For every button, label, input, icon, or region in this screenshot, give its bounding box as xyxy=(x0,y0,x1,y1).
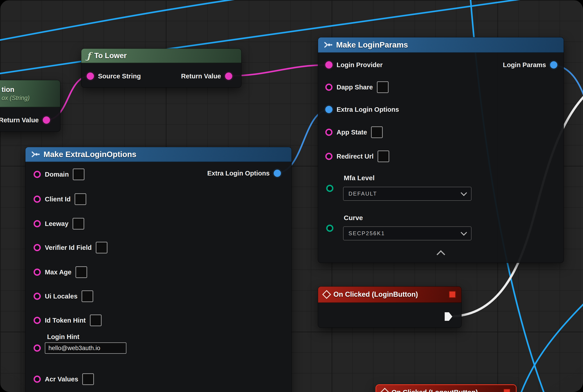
pin-ui-locales[interactable] xyxy=(34,293,41,300)
node-title: Make ExtraLoginOptions xyxy=(44,150,136,159)
pin-verifier-id-field[interactable] xyxy=(34,244,41,251)
collapse-chevron-icon xyxy=(436,250,445,259)
to-lower-header[interactable]: ƒ To Lower xyxy=(81,49,241,63)
curve-dropdown[interactable]: SECP256K1 xyxy=(343,226,472,240)
pin-leeway[interactable] xyxy=(34,220,41,227)
pin-client-id[interactable] xyxy=(34,196,41,203)
pin-row-domain: Domain xyxy=(34,168,84,181)
pin-login-params-out[interactable] xyxy=(550,61,557,68)
node-get-text-header[interactable]: tion ox (String) xyxy=(0,80,60,107)
delegate-pin[interactable] xyxy=(503,388,510,392)
wire-data-bottom-right[interactable] xyxy=(520,302,583,392)
curve-label: Curve xyxy=(344,214,363,222)
wire-string-tolower-loginprovider[interactable] xyxy=(228,65,329,76)
pin-row-acr-values: Acr Values xyxy=(34,373,94,386)
acr-values-checkbox[interactable] xyxy=(82,373,94,385)
node-to-lower[interactable]: ƒ To Lower Source String Return Value xyxy=(81,48,242,88)
pin-row-client-id: Client Id xyxy=(34,193,86,206)
pin-row-app-state: App State xyxy=(325,126,383,138)
pin-label: Domain xyxy=(45,171,69,178)
delegate-pin[interactable] xyxy=(449,291,456,298)
collapse-node-button[interactable] xyxy=(438,250,444,258)
pin-extra-login-options-out[interactable] xyxy=(274,170,281,177)
return-value-label: Return Value xyxy=(181,72,221,80)
pin-row-id-token-hint: Id Token Hint xyxy=(34,314,102,327)
pin-max-age[interactable] xyxy=(34,268,41,276)
pin-mfa-level[interactable] xyxy=(326,185,334,192)
node-title: To Lower xyxy=(94,51,126,60)
extra-login-options-output-row: Extra Login Options xyxy=(207,167,281,180)
on-clicked-logout-header[interactable]: On Clicked (LogoutButton) xyxy=(376,385,516,392)
pin-row-verifier-id-field: Verifier Id Field xyxy=(34,241,108,254)
pin-label: Id Token Hint xyxy=(45,317,86,324)
pin-login-hint[interactable] xyxy=(34,344,41,352)
pin-row-login-provider: Login Provider xyxy=(325,58,383,71)
make-struct-icon xyxy=(31,150,40,159)
node-title: On Clicked (LoginButton) xyxy=(334,290,418,298)
return-value-label: Return Value xyxy=(0,116,39,124)
curve-value: SECP256K1 xyxy=(348,230,385,236)
pin-dapp-share[interactable] xyxy=(325,84,332,91)
node-title: Make LoginParams xyxy=(336,40,408,49)
app-state-checkbox[interactable] xyxy=(371,126,383,138)
pin-id-token-hint[interactable] xyxy=(34,317,41,324)
id-token-hint-checkbox[interactable] xyxy=(90,314,102,326)
node-make-extra-login-options[interactable]: Make ExtraLoginOptions Extra Login Optio… xyxy=(25,147,292,392)
event-icon xyxy=(322,290,331,299)
pin-extra-login-options-in[interactable] xyxy=(325,106,332,113)
on-clicked-login-header[interactable]: On Clicked (LoginButton) xyxy=(318,286,461,303)
node-on-clicked-logout-button[interactable]: On Clicked (LogoutButton) xyxy=(376,384,516,392)
event-icon xyxy=(380,388,389,392)
chevron-down-icon xyxy=(461,229,467,236)
screenshot-stage: tion ox (String) Return Value ƒ To Lower… xyxy=(0,0,583,392)
return-value-row: Return Value xyxy=(0,114,50,126)
pin-curve[interactable] xyxy=(326,224,334,232)
login-params-output-row: Login Params xyxy=(503,58,557,71)
pin-row-extra-login-options: Extra Login Options xyxy=(325,103,399,116)
max-age-checkbox[interactable] xyxy=(76,266,87,278)
pin-app-state[interactable] xyxy=(325,129,332,136)
make-login-params-header[interactable]: Make LoginParams xyxy=(318,38,564,53)
make-struct-icon xyxy=(324,40,332,49)
login-hint-input[interactable] xyxy=(45,342,126,354)
mfa-level-label: Mfa Level xyxy=(344,174,374,182)
pin-acr-values[interactable] xyxy=(34,376,41,383)
wire-data-top-left-1[interactable] xyxy=(0,0,248,40)
node-title: tion xyxy=(2,86,14,94)
pin-row-dapp-share: Dapp Share xyxy=(325,81,388,94)
pin-label: Max Age xyxy=(45,268,72,276)
mfa-level-value: DEFAULT xyxy=(348,190,377,197)
make-extra-login-options-header[interactable]: Make ExtraLoginOptions xyxy=(26,147,292,162)
exec-pin-out[interactable] xyxy=(445,312,452,321)
node-on-clicked-login-button[interactable]: On Clicked (LoginButton) xyxy=(318,286,462,328)
pin-label: Acr Values xyxy=(45,376,78,383)
node-get-text-partial[interactable]: tion ox (String) Return Value xyxy=(0,80,60,132)
node-make-login-params[interactable]: Make LoginParams Login Params Login Prov… xyxy=(318,37,564,263)
leeway-checkbox[interactable] xyxy=(72,218,84,230)
pin-return-value[interactable] xyxy=(225,72,232,80)
mfa-level-dropdown[interactable]: DEFAULT xyxy=(343,187,472,201)
pin-label: Extra Login Options xyxy=(336,106,399,113)
domain-checkbox[interactable] xyxy=(73,168,84,180)
verifier-id-field-checkbox[interactable] xyxy=(96,242,108,254)
client-id-checkbox[interactable] xyxy=(74,193,86,205)
pin-domain[interactable] xyxy=(34,171,41,178)
redirect-url-checkbox[interactable] xyxy=(378,150,389,162)
login-hint-label: Login Hint xyxy=(47,333,126,341)
pin-label: Login Provider xyxy=(336,61,383,69)
pin-label: Verifier Id Field xyxy=(45,244,92,252)
blueprint-canvas[interactable]: tion ox (String) Return Value ƒ To Lower… xyxy=(0,0,583,392)
node-subtitle: ox (String) xyxy=(2,94,30,102)
pin-source-string[interactable] xyxy=(87,72,94,80)
pin-login-provider[interactable] xyxy=(325,61,332,68)
pin-row-max-age: Max Age xyxy=(34,266,87,278)
pin-redirect-url[interactable] xyxy=(325,153,332,160)
pin-label: Dapp Share xyxy=(336,84,373,91)
dapp-share-checkbox[interactable] xyxy=(377,81,388,93)
return-value-row: Return Value xyxy=(181,70,232,82)
pin-label: App State xyxy=(336,129,367,136)
pin-row-leeway: Leeway xyxy=(34,218,84,230)
ui-locales-checkbox[interactable] xyxy=(82,290,93,302)
pin-return-value[interactable] xyxy=(43,116,50,124)
function-icon: ƒ xyxy=(87,50,90,61)
